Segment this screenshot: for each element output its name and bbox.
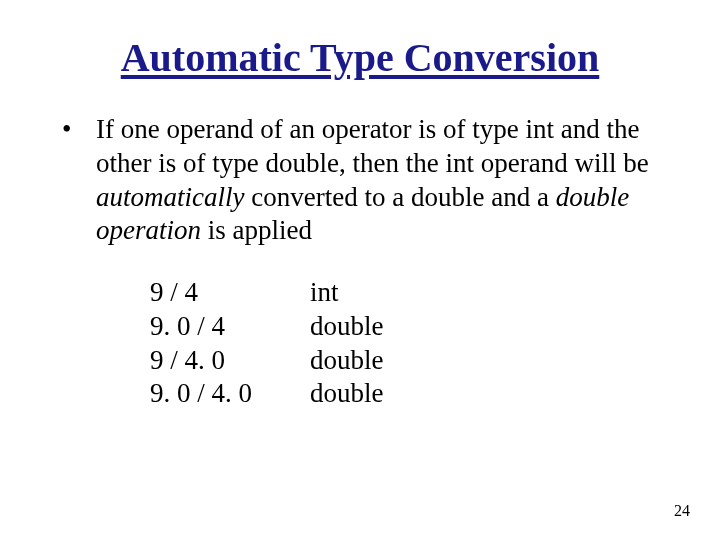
para-text: converted to a bbox=[244, 182, 410, 212]
examples-col-type: int double double double bbox=[310, 276, 460, 411]
code-double: double bbox=[265, 148, 339, 178]
emph-automatically: automatically bbox=[96, 182, 244, 212]
para-text: and a bbox=[484, 182, 555, 212]
slide-body: • If one operand of an operator is of ty… bbox=[0, 81, 720, 411]
para-text: , then the bbox=[339, 148, 445, 178]
bullet-item: • If one operand of an operator is of ty… bbox=[62, 113, 658, 248]
para-text: is applied bbox=[201, 215, 312, 245]
example-expr: 9. 0 / 4. 0 bbox=[150, 377, 310, 411]
slide-title: Automatic Type Conversion bbox=[0, 0, 720, 81]
example-type: double bbox=[310, 377, 460, 411]
example-type: int bbox=[310, 276, 460, 310]
slide: Automatic Type Conversion • If one opera… bbox=[0, 0, 720, 540]
page-number: 24 bbox=[674, 502, 690, 520]
bullet-text: If one operand of an operator is of type… bbox=[96, 113, 658, 248]
example-expr: 9 / 4 bbox=[150, 276, 310, 310]
example-expr: 9 / 4. 0 bbox=[150, 344, 310, 378]
code-double: double bbox=[411, 182, 485, 212]
examples-col-expression: 9 / 4 9. 0 / 4 9 / 4. 0 9. 0 / 4. 0 bbox=[150, 276, 310, 411]
example-expr: 9. 0 / 4 bbox=[150, 310, 310, 344]
code-int: int bbox=[445, 148, 474, 178]
code-int: int bbox=[526, 114, 555, 144]
bullet-marker: • bbox=[62, 113, 96, 248]
para-text: If one operand of an operator is of type bbox=[96, 114, 526, 144]
example-type: double bbox=[310, 310, 460, 344]
example-type: double bbox=[310, 344, 460, 378]
examples-table: 9 / 4 9. 0 / 4 9 / 4. 0 9. 0 / 4. 0 int … bbox=[150, 276, 658, 411]
para-text: operand will be bbox=[474, 148, 649, 178]
